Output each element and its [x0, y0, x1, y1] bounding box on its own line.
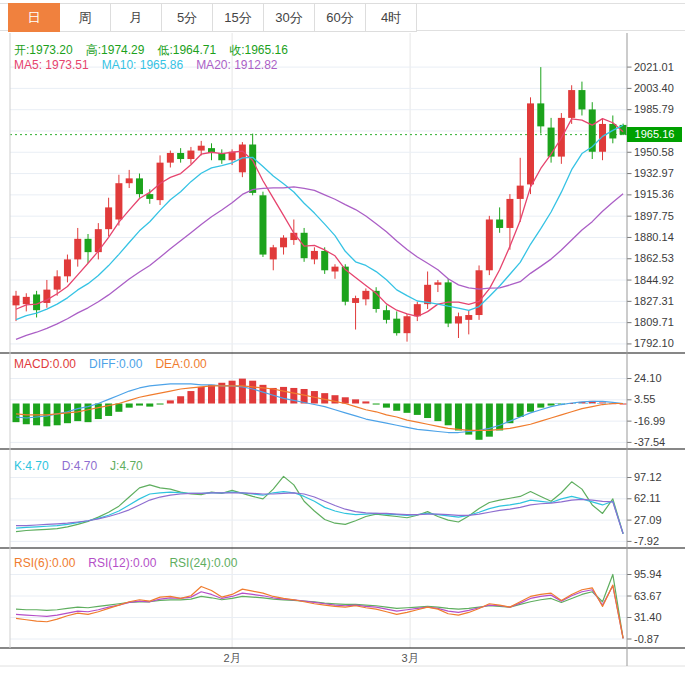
ohlc-value: 低:1964.71 — [157, 42, 216, 59]
svg-text:3.55: 3.55 — [634, 393, 655, 405]
rsi-value: RSI(24):0.00 — [169, 556, 237, 570]
ohlc-value: 收:1965.16 — [229, 42, 288, 59]
ohlc-readout: 开:1973.20高:1974.29低:1964.71收:1965.16 — [14, 42, 288, 59]
svg-text:-7.92: -7.92 — [634, 535, 659, 547]
ma-readout: MA5: 1973.51MA10: 1965.86MA20: 1912.82 — [14, 58, 278, 72]
tab-month[interactable]: 月 — [111, 3, 162, 32]
svg-text:1932.97: 1932.97 — [634, 167, 674, 179]
tab-4hour[interactable]: 4时 — [366, 3, 417, 32]
tab-30min[interactable]: 30分 — [264, 3, 315, 32]
kdj-value: J:4.70 — [110, 459, 143, 473]
x-axis-label: 2月 — [210, 651, 254, 666]
svg-text:-16.99: -16.99 — [634, 415, 665, 427]
svg-text:1915.36: 1915.36 — [634, 188, 674, 200]
timeframe-toolbar: 日周月5分15分30分60分4时 — [8, 3, 417, 32]
svg-text:1985.79: 1985.79 — [634, 103, 674, 115]
macd-value: MACD:0.00 — [14, 357, 76, 371]
svg-text:1862.53: 1862.53 — [634, 252, 674, 264]
svg-text:1950.58: 1950.58 — [634, 146, 674, 158]
svg-text:1897.75: 1897.75 — [634, 210, 674, 222]
svg-text:31.40: 31.40 — [634, 611, 662, 623]
ma-value: MA20: 1912.82 — [196, 58, 277, 72]
svg-text:1792.10: 1792.10 — [634, 337, 674, 349]
svg-text:1844.92: 1844.92 — [634, 274, 674, 286]
svg-text:27.09: 27.09 — [634, 514, 662, 526]
svg-text:24.10: 24.10 — [634, 372, 662, 384]
svg-text:1827.31: 1827.31 — [634, 295, 674, 307]
svg-text:62.11: 62.11 — [634, 492, 661, 504]
svg-text:2003.40: 2003.40 — [634, 82, 674, 94]
rsi-readout: RSI(6):0.00RSI(12):0.00RSI(24):0.00 — [14, 556, 237, 570]
ma-value: MA5: 1973.51 — [14, 58, 89, 72]
svg-text:-0.87: -0.87 — [634, 633, 659, 645]
svg-text:1880.14: 1880.14 — [634, 231, 674, 243]
macd-value: DEA:0.00 — [155, 357, 206, 371]
kdj-value: K:4.70 — [14, 459, 49, 473]
current-price-badge: 1965.16 — [627, 127, 682, 142]
kdj-readout: K:4.70D:4.70J:4.70 — [14, 459, 143, 473]
macd-readout: MACD:0.00DIFF:0.00DEA:0.00 — [14, 357, 207, 371]
tab-week[interactable]: 周 — [60, 3, 111, 32]
svg-text:2021.01: 2021.01 — [634, 61, 674, 73]
svg-text:63.67: 63.67 — [634, 590, 662, 602]
svg-text:-37.54: -37.54 — [634, 436, 665, 448]
x-axis-label: 3月 — [388, 651, 432, 666]
ohlc-value: 高:1974.29 — [86, 42, 145, 59]
tab-15min[interactable]: 15分 — [213, 3, 264, 32]
ma-value: MA10: 1965.86 — [102, 58, 183, 72]
rsi-value: RSI(6):0.00 — [14, 556, 75, 570]
macd-value: DIFF:0.00 — [89, 357, 142, 371]
tab-5min[interactable]: 5分 — [162, 3, 213, 32]
chart-app: 日周月5分15分30分60分4时 2021.012003.401985.7919… — [0, 0, 685, 675]
chart-canvas[interactable]: 2021.012003.401985.791950.581932.971915.… — [0, 0, 685, 675]
svg-text:97.12: 97.12 — [634, 471, 662, 483]
svg-text:1809.71: 1809.71 — [634, 316, 674, 328]
ohlc-value: 开:1973.20 — [14, 42, 73, 59]
rsi-value: RSI(12):0.00 — [88, 556, 156, 570]
kdj-value: D:4.70 — [62, 459, 97, 473]
svg-text:95.94: 95.94 — [634, 568, 662, 580]
tab-day[interactable]: 日 — [8, 3, 60, 32]
tab-60min[interactable]: 60分 — [315, 3, 366, 32]
